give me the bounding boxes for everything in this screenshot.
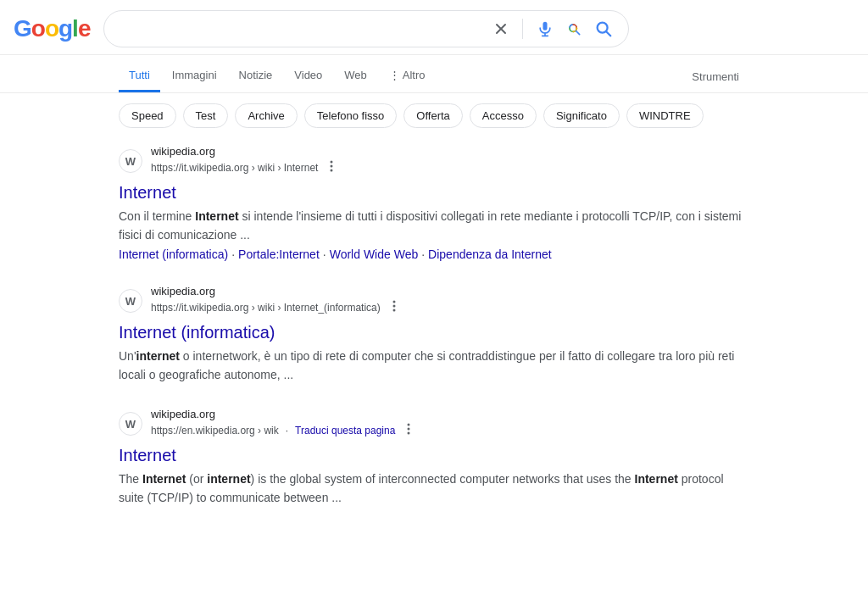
result-3-more-options[interactable] xyxy=(402,422,415,441)
logo-g2: g xyxy=(58,15,72,42)
result-1-sep-2: · xyxy=(323,247,326,261)
result-2-more-options[interactable] xyxy=(387,299,401,318)
result-3-translate-link[interactable]: Traduci questa pagina xyxy=(295,425,395,438)
result-3-site-name: wikipedia.org xyxy=(151,408,415,422)
chip-speed[interactable]: Speed xyxy=(119,103,176,128)
result-3-meta: wikipedia.org https://en.wikipedia.org ›… xyxy=(151,408,415,441)
result-2-site-info: W wikipedia.org https://it.wikipedia.org… xyxy=(119,285,749,318)
svg-point-17 xyxy=(408,427,410,430)
google-logo: Google xyxy=(14,15,90,42)
result-3-snippet: The Internet (or internet) is the global… xyxy=(119,470,749,507)
result-1-link-portale[interactable]: Portale:Internet xyxy=(238,247,320,261)
search-results: W wikipedia.org https://it.wikipedia.org… xyxy=(0,138,868,551)
result-1-sep-3: · xyxy=(421,247,425,261)
tab-web[interactable]: Web xyxy=(334,60,377,92)
voice-search-button[interactable] xyxy=(535,19,555,39)
svg-point-16 xyxy=(408,423,410,425)
svg-point-10 xyxy=(331,160,333,163)
result-1-sep-1: · xyxy=(231,247,235,261)
result-3-title[interactable]: Internet xyxy=(119,444,749,466)
result-1-meta: wikipedia.org https://it.wikipedia.org ›… xyxy=(151,145,338,178)
chip-accesso[interactable]: Accesso xyxy=(470,103,537,128)
result-2-site-name: wikipedia.org xyxy=(151,285,401,299)
svg-point-15 xyxy=(392,309,395,311)
result-1-more-options[interactable] xyxy=(325,159,338,178)
chip-telefono[interactable]: Telefono fisso xyxy=(304,103,398,128)
chip-offerta[interactable]: Offerta xyxy=(403,103,463,128)
logo-o2: o xyxy=(45,15,58,42)
nav-tabs: Tutti Immagini Notizie Video Web ⋮ Altro… xyxy=(0,55,868,93)
result-3: W wikipedia.org https://en.wikipedia.org… xyxy=(119,408,749,507)
tab-altro[interactable]: ⋮ Altro xyxy=(379,60,436,92)
result-2-snippet: Un'internet o internetwork, è un tipo di… xyxy=(119,347,749,384)
svg-line-7 xyxy=(576,31,580,35)
logo-l: l xyxy=(72,15,78,42)
svg-point-13 xyxy=(392,300,395,303)
result-2-url: https://it.wikipedia.org › wiki › Intern… xyxy=(151,299,401,318)
result-2-favicon: W xyxy=(119,289,142,313)
search-icons xyxy=(492,18,615,40)
svg-point-12 xyxy=(331,169,333,171)
lens-button[interactable] xyxy=(564,19,584,39)
svg-rect-2 xyxy=(543,22,548,31)
search-bar[interactable]: site:wikipedia.org internet xyxy=(103,10,629,47)
result-1-link-www[interactable]: World Wide Web xyxy=(330,247,419,261)
result-1-url: https://it.wikipedia.org › wiki › Intern… xyxy=(151,159,338,178)
header: Google site:wikipedia.org internet xyxy=(0,0,868,55)
result-3-favicon: W xyxy=(119,412,142,436)
result-3-url: https://en.wikipedia.org › wik · Traduci… xyxy=(151,422,415,441)
tab-tutti[interactable]: Tutti xyxy=(119,60,160,92)
chip-windtre[interactable]: WINDTRE xyxy=(626,103,704,128)
result-1-favicon: W xyxy=(119,149,142,173)
result-3-sep: · xyxy=(286,425,288,438)
chip-significato[interactable]: Significato xyxy=(543,103,620,128)
tools-button[interactable]: Strumenti xyxy=(682,62,749,92)
logo-g: G xyxy=(14,15,31,42)
tab-video[interactable]: Video xyxy=(284,60,332,92)
search-divider xyxy=(522,19,523,39)
logo-o1: o xyxy=(31,15,45,42)
svg-point-14 xyxy=(392,304,395,307)
result-1-site-name: wikipedia.org xyxy=(151,145,338,159)
filter-chips: Speed Test Archive Telefono fisso Offert… xyxy=(0,93,868,138)
logo-e: e xyxy=(78,15,91,42)
result-1-title[interactable]: Internet xyxy=(119,181,749,203)
result-1-link-informatica[interactable]: Internet (informatica) xyxy=(119,247,228,261)
chip-test[interactable]: Test xyxy=(183,103,229,128)
result-1-site-info: W wikipedia.org https://it.wikipedia.org… xyxy=(119,145,749,178)
tab-notizie[interactable]: Notizie xyxy=(229,60,283,92)
search-button[interactable] xyxy=(593,18,615,40)
svg-point-18 xyxy=(408,431,410,434)
result-2-meta: wikipedia.org https://it.wikipedia.org ›… xyxy=(151,285,401,318)
result-2: W wikipedia.org https://it.wikipedia.org… xyxy=(119,285,749,384)
clear-button[interactable] xyxy=(492,19,510,38)
result-1-link-dipendenza[interactable]: Dipendenza da Internet xyxy=(428,247,552,261)
search-input[interactable]: site:wikipedia.org internet xyxy=(118,21,483,36)
result-2-title[interactable]: Internet (informatica) xyxy=(119,321,749,343)
svg-point-11 xyxy=(331,164,333,167)
tab-immagini[interactable]: Immagini xyxy=(162,60,227,92)
result-3-site-info: W wikipedia.org https://en.wikipedia.org… xyxy=(119,408,749,441)
svg-line-9 xyxy=(607,31,611,36)
result-1-links: Internet (informatica) · Portale:Interne… xyxy=(119,247,749,261)
result-1: W wikipedia.org https://it.wikipedia.org… xyxy=(119,145,749,261)
chip-archive[interactable]: Archive xyxy=(235,103,297,128)
result-1-snippet: Con il termine Internet si intende l'ins… xyxy=(119,207,749,244)
